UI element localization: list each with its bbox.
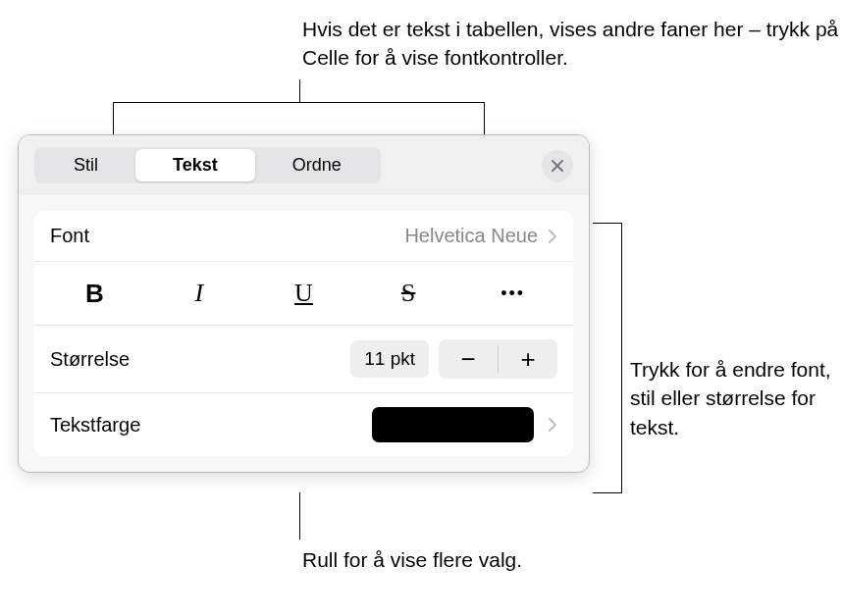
size-controls: 11 pkt − +: [350, 339, 557, 379]
callout-top: Hvis det er tekst i tabellen, vises andr…: [302, 15, 843, 73]
chevron-right-icon: [548, 417, 557, 433]
italic-button[interactable]: I: [155, 272, 243, 315]
close-icon: [551, 159, 564, 173]
size-stepper: − +: [439, 339, 557, 379]
panel-body: Font Helvetica Neue B I U S •••: [19, 195, 589, 472]
callout-line-bottom: [299, 492, 300, 539]
size-decrease-button[interactable]: −: [439, 339, 498, 379]
underline-button[interactable]: U: [259, 272, 347, 315]
tab-group: Stil Tekst Ordne: [34, 147, 381, 183]
tab-text[interactable]: Tekst: [135, 149, 255, 181]
callout-right: Trykk for å endre font, stil eller størr…: [630, 355, 843, 441]
tab-arrange[interactable]: Ordne: [255, 149, 379, 181]
text-style-row: B I U S •••: [34, 262, 573, 326]
more-options-button[interactable]: •••: [469, 272, 557, 315]
bold-button[interactable]: B: [50, 272, 138, 315]
chevron-right-icon: [548, 229, 557, 244]
callout-bottom: Rull for å vise flere valg.: [302, 545, 522, 574]
panel-header: Stil Tekst Ordne: [19, 135, 589, 195]
font-value: Helvetica Neue: [404, 225, 538, 247]
close-button[interactable]: [542, 150, 573, 181]
settings-card: Font Helvetica Neue B I U S •••: [34, 211, 573, 456]
size-label: Størrelse: [50, 348, 130, 371]
font-label: Font: [50, 225, 89, 247]
text-color-label: Tekstfarge: [50, 414, 140, 436]
underline-glyph: U: [294, 279, 313, 308]
size-increase-button[interactable]: +: [499, 339, 557, 379]
color-swatch[interactable]: [372, 407, 534, 442]
size-row: Størrelse 11 pkt − +: [34, 326, 573, 393]
text-color-row[interactable]: Tekstfarge: [34, 393, 573, 456]
font-value-group: Helvetica Neue: [404, 225, 557, 247]
tab-style[interactable]: Stil: [36, 149, 135, 181]
strikethrough-button[interactable]: S: [364, 272, 452, 315]
size-value[interactable]: 11 pkt: [350, 340, 429, 378]
font-row[interactable]: Font Helvetica Neue: [34, 211, 573, 262]
color-controls: [372, 407, 557, 442]
strikethrough-glyph: S: [401, 279, 415, 308]
callout-bracket-right: [593, 223, 622, 493]
format-panel: Stil Tekst Ordne Font Helvetica Neue: [18, 134, 590, 473]
